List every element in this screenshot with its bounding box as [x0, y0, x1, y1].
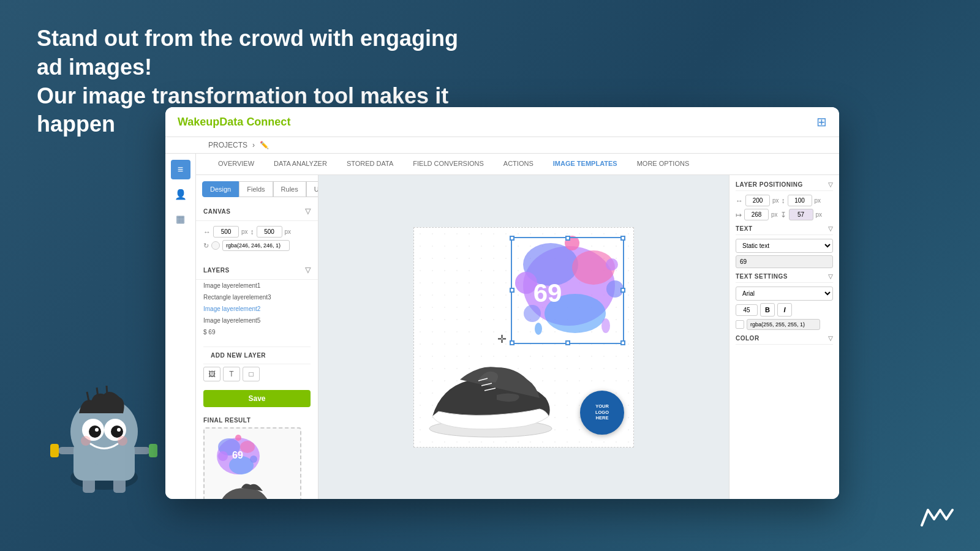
- add-text-layer-btn[interactable]: T: [223, 367, 240, 381]
- tab-overview[interactable]: OVERVIEW: [208, 154, 264, 174]
- font-size-row: B I: [736, 303, 833, 317]
- shoe-svg: [423, 337, 558, 438]
- tab-stored-data[interactable]: STORED DATA: [337, 154, 403, 174]
- title-bar: WakeupData Connect ⊞: [165, 107, 839, 137]
- layer-height-input[interactable]: [789, 209, 813, 220]
- tab-more-options[interactable]: MORE OPTIONS: [627, 154, 699, 174]
- mini-shoe: [214, 476, 275, 499]
- final-result-section: FINAL RESULT 69: [196, 412, 318, 499]
- bold-button[interactable]: B: [760, 303, 775, 317]
- nav-tabs: OVERVIEW DATA ANALYZER STORED DATA FIELD…: [196, 154, 839, 175]
- tab-data-analyzer[interactable]: DATA ANALYZER: [264, 154, 337, 174]
- layer-item-3[interactable]: Image layerelement5: [203, 315, 311, 326]
- sidebar-icon-user[interactable]: 👤: [171, 184, 190, 204]
- tab-image-templates[interactable]: IMAGE TEMPLATES: [543, 154, 627, 174]
- layer-width-px: px: [771, 211, 778, 218]
- layer-y-input[interactable]: [788, 195, 812, 206]
- text-settings-filter[interactable]: ▽: [828, 273, 834, 280]
- layer-height-px: px: [816, 211, 823, 218]
- svg-line-10: [97, 388, 98, 397]
- add-image-layer-btn[interactable]: 🖼: [203, 367, 221, 381]
- canvas-preview[interactable]: 69: [413, 227, 634, 448]
- brand-product: Connect: [246, 116, 290, 128]
- text-filter-icon[interactable]: ▽: [828, 225, 834, 232]
- canvas-width-input[interactable]: [213, 226, 239, 238]
- save-button[interactable]: Save: [203, 390, 311, 407]
- layer-width-input[interactable]: [744, 209, 769, 220]
- layer-x-input[interactable]: [745, 195, 770, 206]
- tab-design[interactable]: Design: [202, 181, 239, 197]
- canvas-area: 69: [318, 175, 729, 499]
- layer-item-1[interactable]: Rectangle layerelement3: [203, 291, 311, 303]
- svg-text:69: 69: [232, 450, 243, 460]
- right-panel: LAYER POSITIONING ▽ ↔ px ↕ px ↦ p: [729, 175, 839, 499]
- layer-item-2[interactable]: Image layerelement2: [203, 303, 311, 315]
- text-color-input[interactable]: [747, 319, 820, 330]
- layer-height-arrow: ↧: [780, 211, 786, 219]
- text-section-header: TEXT ▽: [736, 225, 833, 235]
- app-window: WakeupData Connect ⊞ PROJECTS › ✏️ ≡ 👤 ▦…: [165, 107, 839, 499]
- canvas-bg-color-input[interactable]: [222, 240, 290, 251]
- text-settings-header: TEXT SETTINGS ▽: [736, 273, 833, 283]
- breadcrumb-projects[interactable]: PROJECTS: [208, 141, 247, 149]
- layers-list: Image layerelement1 Rectangle layereleme…: [196, 280, 318, 343]
- canvas-px2-label: px: [285, 228, 292, 235]
- tab-fields[interactable]: Fields: [239, 181, 273, 197]
- layer-x-px: px: [772, 197, 779, 204]
- svg-point-15: [111, 425, 123, 438]
- layer-size-row: ↦ px ↧ px: [736, 209, 833, 220]
- refresh-icon[interactable]: ↻: [203, 242, 209, 250]
- tab-field-conversions[interactable]: FIELD CONVERSIONS: [403, 154, 494, 174]
- layer-positioning-filter[interactable]: ▽: [828, 181, 834, 188]
- svg-point-14: [89, 425, 101, 438]
- color-filter-icon[interactable]: ▽: [828, 335, 834, 342]
- layers-section-header: LAYERS ▽: [196, 261, 318, 280]
- canvas-height-arrow: ↕: [251, 228, 254, 236]
- font-select[interactable]: Arial: [736, 287, 833, 301]
- svg-point-17: [117, 428, 121, 432]
- text-type-select[interactable]: Static text: [736, 239, 833, 253]
- svg-text:69: 69: [533, 279, 562, 307]
- italic-button[interactable]: I: [777, 303, 792, 317]
- text-label: TEXT: [736, 225, 753, 232]
- font-size-input[interactable]: [736, 304, 758, 316]
- canvas-label: CANVAS: [203, 208, 230, 215]
- svg-point-38: [524, 305, 541, 322]
- layer-item-0[interactable]: Image layerelement1: [203, 280, 311, 291]
- canvas-color-circle[interactable]: [211, 241, 220, 250]
- tab-actions[interactable]: ACTIONS: [494, 154, 543, 174]
- tab-rules[interactable]: Rules: [273, 181, 306, 197]
- text-color-box[interactable]: [736, 320, 744, 329]
- svg-point-40: [535, 323, 542, 335]
- content-wrapper: OVERVIEW DATA ANALYZER STORED DATA FIELD…: [196, 154, 839, 499]
- save-section: Save: [196, 385, 318, 412]
- sidebar-icon-layers[interactable]: ▦: [171, 209, 190, 228]
- grid-icon[interactable]: ⊞: [816, 114, 827, 129]
- sidebar-icon-list[interactable]: ≡: [171, 160, 190, 179]
- layer-item-4[interactable]: $ 69: [203, 326, 311, 338]
- layers-label: LAYERS: [203, 267, 230, 274]
- add-layer-header: ADD NEW LAYER: [203, 347, 311, 364]
- layer-positioning-header: LAYER POSITIONING ▽: [736, 181, 833, 191]
- svg-point-19: [118, 436, 127, 446]
- canvas-filter-icon[interactable]: ▽: [305, 207, 311, 216]
- svg-point-36: [606, 280, 624, 298]
- text-value-input[interactable]: [736, 255, 833, 268]
- canvas-width-arrow: ↔: [203, 228, 211, 236]
- layer-y-arrow: ↕: [782, 197, 785, 205]
- canvas-height-input[interactable]: [257, 226, 282, 238]
- svg-line-11: [107, 386, 107, 395]
- layer-x-arrow: ↔: [736, 197, 743, 205]
- bottom-right-logo: [919, 504, 956, 533]
- svg-line-9: [87, 392, 89, 401]
- svg-point-26: [235, 435, 241, 441]
- layers-filter-icon[interactable]: ▽: [305, 266, 311, 274]
- brand-logo: WakeupData Connect: [178, 116, 290, 129]
- tab-uploads[interactable]: Uploads: [306, 181, 318, 197]
- color-section-header: COLOR ▽: [736, 335, 833, 345]
- breadcrumb-edit-icon[interactable]: ✏️: [260, 141, 269, 149]
- left-panel: Design Fields Rules Uploads Repository C…: [196, 175, 318, 499]
- add-shape-layer-btn[interactable]: □: [243, 367, 260, 381]
- layer-pos-x-row: ↔ px ↕ px: [736, 195, 833, 206]
- svg-point-39: [606, 258, 618, 271]
